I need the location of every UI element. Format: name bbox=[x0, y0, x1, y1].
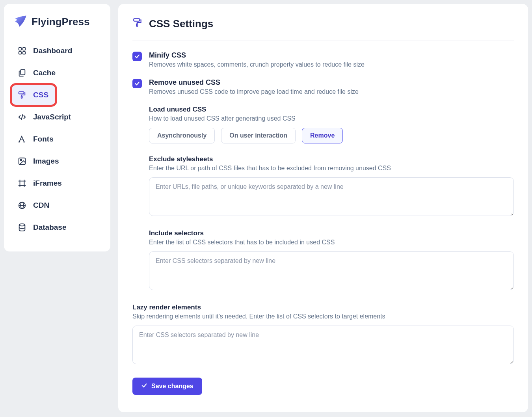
flyingpress-logo-icon bbox=[13, 15, 27, 28]
load-unused-options: Asynchronously On user interaction Remov… bbox=[149, 128, 514, 143]
sidebar-item-database[interactable]: Database bbox=[12, 218, 102, 237]
save-button-label: Save changes bbox=[151, 383, 193, 390]
section-title: Include selectors bbox=[149, 229, 514, 237]
sidebar-item-label: Dashboard bbox=[33, 47, 72, 55]
main-panel: CSS Settings Minify CSS Removes white sp… bbox=[118, 4, 528, 412]
svg-point-12 bbox=[20, 159, 22, 161]
setting-title: Minify CSS bbox=[149, 51, 514, 60]
brand-name: FlyingPress bbox=[32, 16, 89, 28]
paint-roller-icon bbox=[17, 90, 27, 100]
sidebar-item-label: Database bbox=[33, 223, 67, 232]
sidebar-item-cache[interactable]: Cache bbox=[12, 63, 102, 83]
include-selectors-input[interactable] bbox=[149, 251, 514, 290]
font-icon bbox=[17, 134, 27, 144]
section-desc: How to load unused CSS after generating … bbox=[149, 115, 514, 122]
section-title: Exclude stylesheets bbox=[149, 155, 514, 163]
check-icon bbox=[141, 382, 147, 390]
svg-point-20 bbox=[19, 224, 25, 226]
option-asynchronously[interactable]: Asynchronously bbox=[149, 128, 215, 143]
sidebar: FlyingPress Dashboard Cache bbox=[4, 4, 110, 251]
sidebar-item-fonts[interactable]: Fonts bbox=[12, 129, 102, 149]
cache-icon bbox=[17, 68, 27, 78]
section-title: Load unused CSS bbox=[149, 106, 514, 114]
frame-icon bbox=[17, 179, 27, 188]
globe-icon bbox=[17, 201, 27, 210]
sidebar-item-iframes[interactable]: iFrames bbox=[12, 173, 102, 193]
svg-rect-6 bbox=[21, 96, 22, 99]
svg-rect-3 bbox=[23, 52, 25, 54]
svg-rect-5 bbox=[19, 92, 24, 94]
setting-minify-css: Minify CSS Removes white spaces, comment… bbox=[132, 51, 514, 68]
panel-title-text: CSS Settings bbox=[149, 18, 213, 30]
section-desc: Skip rendering elements until it's neede… bbox=[132, 313, 514, 320]
image-icon bbox=[17, 156, 27, 166]
checkbox-minify-css[interactable] bbox=[132, 52, 142, 61]
svg-rect-22 bbox=[136, 24, 138, 26]
sidebar-item-label: JavaScript bbox=[33, 113, 71, 121]
lazy-render-input[interactable] bbox=[132, 326, 514, 364]
svg-rect-21 bbox=[134, 19, 140, 21]
sidebar-item-dashboard[interactable]: Dashboard bbox=[12, 41, 102, 61]
section-include-selectors: Include selectors Enter the list of CSS … bbox=[149, 229, 514, 292]
section-exclude-stylesheets: Exclude stylesheets Enter the URL or pat… bbox=[149, 155, 514, 218]
sidebar-item-javascript[interactable]: JavaScript bbox=[12, 107, 102, 127]
sidebar-nav: Dashboard Cache CSS bbox=[12, 41, 102, 237]
section-desc: Enter the list of CSS selectors that has… bbox=[149, 239, 514, 246]
exclude-stylesheets-input[interactable] bbox=[149, 177, 514, 216]
svg-rect-4 bbox=[20, 70, 25, 75]
dashboard-icon bbox=[17, 46, 27, 56]
section-load-unused-css: Load unused CSS How to load unused CSS a… bbox=[149, 106, 514, 143]
sidebar-item-label: Fonts bbox=[33, 135, 54, 143]
setting-desc: Removes unused CSS code to improve page … bbox=[149, 88, 514, 95]
sidebar-item-css[interactable]: CSS bbox=[12, 85, 55, 105]
svg-rect-0 bbox=[19, 48, 21, 50]
sidebar-item-label: Images bbox=[33, 157, 59, 166]
checkbox-remove-unused-css[interactable] bbox=[132, 79, 142, 88]
divider bbox=[132, 41, 514, 41]
section-lazy-render: Lazy render elements Skip rendering elem… bbox=[132, 303, 514, 366]
sidebar-item-label: Cache bbox=[33, 69, 56, 77]
section-title: Lazy render elements bbox=[132, 303, 514, 311]
database-icon bbox=[17, 223, 27, 232]
sidebar-item-images[interactable]: Images bbox=[12, 151, 102, 171]
panel-title: CSS Settings bbox=[132, 17, 514, 30]
sidebar-item-label: CDN bbox=[33, 201, 49, 210]
paint-roller-icon bbox=[132, 17, 143, 30]
svg-line-7 bbox=[21, 115, 23, 120]
sidebar-item-cdn[interactable]: CDN bbox=[12, 195, 102, 215]
section-desc: Enter the URL or path of CSS files that … bbox=[149, 165, 514, 172]
svg-rect-1 bbox=[23, 48, 25, 50]
sidebar-item-label: iFrames bbox=[33, 179, 62, 188]
svg-rect-2 bbox=[19, 52, 21, 54]
setting-title: Remove unused CSS bbox=[149, 78, 514, 87]
brand: FlyingPress bbox=[12, 15, 102, 28]
option-remove[interactable]: Remove bbox=[302, 128, 343, 143]
code-icon bbox=[17, 112, 27, 122]
save-button[interactable]: Save changes bbox=[132, 378, 202, 395]
sidebar-item-label: CSS bbox=[33, 91, 48, 99]
setting-remove-unused-css: Remove unused CSS Removes unused CSS cod… bbox=[132, 78, 514, 95]
option-on-user-interaction[interactable]: On user interaction bbox=[221, 128, 296, 143]
setting-desc: Removes white spaces, comments, crunch p… bbox=[149, 61, 514, 68]
